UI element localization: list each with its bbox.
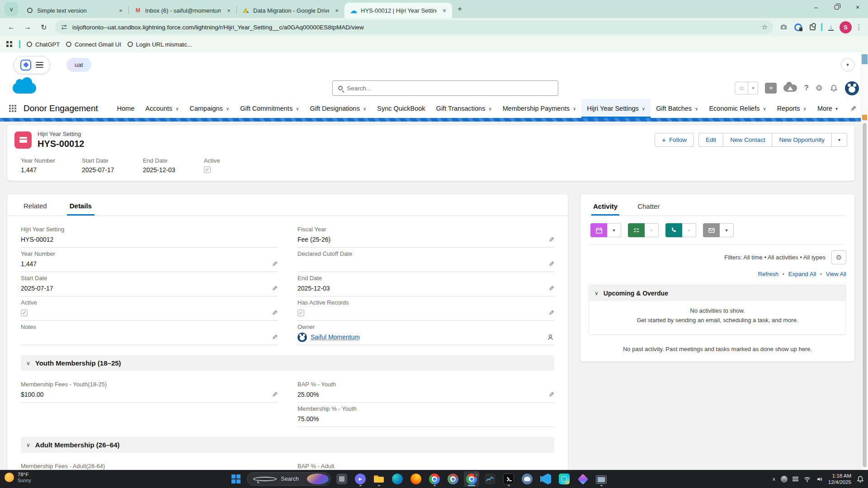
nav-item-economic-reliefs[interactable]: Economic Reliefs∨: [703, 99, 771, 118]
global-search-input[interactable]: Search...: [332, 80, 558, 96]
taskbar-app-monitor-graph[interactable]: [482, 471, 498, 487]
chevron-down-icon[interactable]: ∨: [175, 106, 179, 111]
close-window-button[interactable]: ×: [847, 0, 868, 14]
taskbar-app-firefox[interactable]: [408, 471, 424, 487]
vertical-scrollbar[interactable]: [861, 52, 868, 470]
chevron-down-icon[interactable]: ∨: [363, 106, 366, 111]
email-button[interactable]: [703, 223, 720, 237]
restore-button[interactable]: [826, 0, 847, 14]
browser-tab-drive[interactable]: Data Migration - Google Drive ×: [237, 3, 344, 18]
browser-menu-kebab-icon[interactable]: ⋮: [854, 21, 863, 33]
chevron-down-icon[interactable]: ∨: [296, 106, 299, 111]
browser-profile-avatar[interactable]: S: [840, 21, 852, 33]
trailhead-icon[interactable]: [783, 84, 797, 92]
edit-icon[interactable]: ✎: [547, 310, 556, 316]
taskbar-app-chrome-active[interactable]: S: [464, 471, 479, 487]
nav-item-sync-quickbook[interactable]: Sync QuickBook: [372, 99, 430, 118]
taskbar-app-gallery[interactable]: [334, 471, 349, 487]
taskbar-app-postgres[interactable]: [519, 471, 535, 487]
edit-icon[interactable]: ✎: [271, 334, 279, 340]
change-owner-icon[interactable]: [547, 333, 554, 341]
tab-chatter[interactable]: Chatter: [636, 200, 661, 216]
reload-button[interactable]: ↻: [37, 20, 51, 34]
site-info-icon[interactable]: [61, 23, 68, 31]
expand-all-link[interactable]: Expand All: [788, 271, 816, 277]
edit-icon[interactable]: ✎: [547, 237, 556, 243]
email-caret[interactable]: ▾: [720, 223, 734, 237]
help-icon[interactable]: ?: [804, 84, 808, 93]
overlay-caret-button[interactable]: ▾: [841, 58, 854, 71]
setup-gear-icon[interactable]: ⚙: [816, 83, 823, 93]
nav-item-gift-commitments[interactable]: Gift Commitments∨: [235, 99, 304, 118]
tray-app-icon[interactable]: [781, 476, 788, 483]
bookmark-chatgpt[interactable]: ChatGPT: [27, 41, 60, 48]
edit-icon[interactable]: ✎: [271, 310, 279, 316]
taskbar-app-pycharm[interactable]: [557, 471, 572, 487]
taskbar-weather-widget[interactable]: 78°F Sunny: [5, 472, 31, 483]
downloads-icon[interactable]: ↓: [825, 21, 837, 33]
nav-item-gift-designations[interactable]: Gift Designations∨: [304, 99, 372, 118]
upcoming-overdue-header[interactable]: ∨ Upcoming & Overdue: [589, 285, 846, 301]
chevron-down-icon[interactable]: ∨: [763, 106, 766, 111]
url-text[interactable]: isijoftoronto--uat.sandbox.lightning.for…: [72, 24, 757, 31]
chevron-down-icon[interactable]: ∨: [573, 106, 576, 111]
close-icon[interactable]: ×: [333, 6, 341, 14]
edit-icon[interactable]: ✎: [547, 392, 556, 398]
edit-icon[interactable]: ✎: [547, 261, 556, 267]
browser-tab-gmail[interactable]: M Inbox (6) - saiful@momentum-w ×: [129, 3, 236, 18]
new-task-button[interactable]: [628, 223, 645, 237]
nav-item-more[interactable]: More▾: [812, 99, 843, 118]
extension-pill[interactable]: [14, 56, 50, 74]
follow-button[interactable]: +Follow: [655, 133, 694, 147]
section-adult-membership[interactable]: ∨ Adult Membership (26–64): [21, 437, 554, 453]
section-youth-membership[interactable]: ∨ Youth Membership (18–25): [21, 355, 554, 371]
notification-bell-icon[interactable]: [856, 475, 864, 483]
filters-gear-button[interactable]: ⚙: [831, 250, 846, 264]
chevron-down-icon[interactable]: ∨: [803, 106, 807, 111]
nav-item-reports[interactable]: Reports∨: [772, 99, 812, 118]
taskbar-app-media[interactable]: ▶: [353, 471, 368, 487]
privacy-extension-icon[interactable]: [792, 21, 804, 33]
nav-item-accounts[interactable]: Accounts∨: [140, 99, 184, 118]
caret-down-icon[interactable]: ▾: [835, 106, 838, 111]
browser-tab-salesforce-active[interactable]: ☁ HYS-00012 | Hijri Year Setting | S ×: [344, 3, 452, 18]
chevron-down-icon[interactable]: ∨: [642, 106, 645, 111]
extensions-puzzle-icon[interactable]: [807, 21, 818, 33]
edit-icon[interactable]: ✎: [271, 261, 279, 267]
edit-icon[interactable]: ✎: [547, 286, 556, 291]
edit-button[interactable]: Edit: [698, 133, 723, 147]
volume-icon[interactable]: [816, 476, 823, 483]
taskbar-app-file-explorer[interactable]: [371, 471, 387, 487]
back-button[interactable]: ←: [5, 20, 18, 34]
hamburger-menu-icon[interactable]: [36, 62, 43, 68]
start-button[interactable]: [228, 471, 244, 487]
nav-item-campaigns[interactable]: Campaigns∨: [184, 99, 235, 118]
new-event-caret[interactable]: ▾: [607, 223, 621, 237]
taskbar-app-edge[interactable]: [390, 471, 405, 487]
bookmark-star-icon[interactable]: ☆: [762, 23, 768, 31]
nav-item-hijri-year-settings[interactable]: Hijri Year Settings∨: [581, 99, 651, 118]
owner-link[interactable]: Saiful Momentum: [311, 333, 360, 341]
new-contact-button[interactable]: New Contact: [723, 133, 772, 147]
hidden-icons-chevron[interactable]: ∧: [772, 476, 776, 482]
tab-related[interactable]: Related: [21, 202, 50, 216]
chevron-down-icon[interactable]: ∨: [226, 106, 229, 111]
taskbar-app-chrome-profile1[interactable]: [427, 471, 442, 487]
taskbar-search[interactable]: Search: [247, 472, 331, 486]
taskbar-app-remote-desktop[interactable]: [594, 471, 609, 487]
log-a-call-button[interactable]: [665, 223, 682, 237]
app-launcher-waffle-icon[interactable]: [9, 105, 16, 112]
taskbar-app-vscode[interactable]: [538, 471, 553, 487]
close-icon[interactable]: ×: [440, 6, 448, 14]
new-opportunity-button[interactable]: New Opportunity: [772, 133, 832, 147]
global-actions-icon[interactable]: +: [765, 83, 777, 94]
nav-item-gift-transactions[interactable]: Gift Transactions∨: [431, 99, 497, 118]
chevron-down-icon[interactable]: ∨: [488, 106, 491, 111]
tray-notes-icon[interactable]: [793, 477, 798, 481]
favorites-caret-icon[interactable]: ▾: [748, 82, 758, 94]
taskbar-app-diagram[interactable]: [575, 471, 590, 487]
bookmark-login-url[interactable]: Login URL mismatc...: [127, 41, 192, 48]
taskbar-clock[interactable]: 1:18 AM 12/4/2025: [828, 473, 851, 486]
more-actions-caret-button[interactable]: ▾: [832, 133, 847, 147]
nav-item-membership-payments[interactable]: Membership Payments∨: [497, 99, 582, 118]
